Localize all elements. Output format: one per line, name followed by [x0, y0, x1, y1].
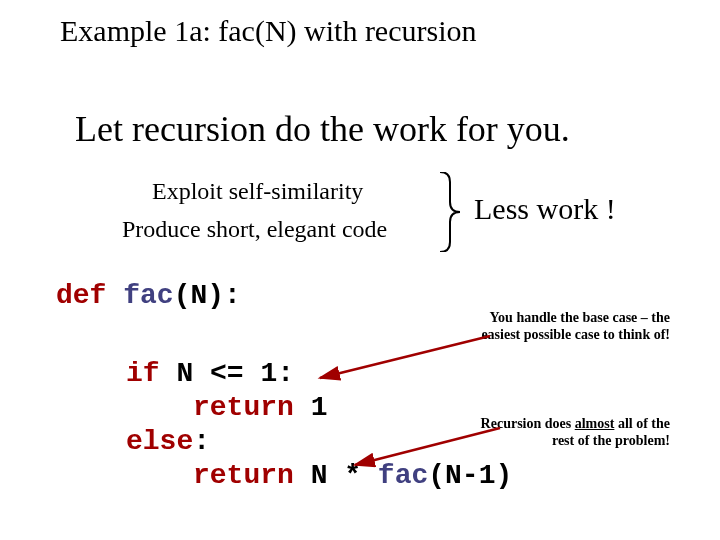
- svg-line-0: [320, 336, 490, 378]
- else-rest: :: [193, 426, 210, 457]
- kw-else: else: [126, 426, 193, 457]
- annotation-base-case: You handle the base case – the easiest p…: [470, 310, 670, 344]
- kw-if: if: [126, 358, 160, 389]
- brace-icon: [432, 172, 462, 252]
- kw-def: def: [56, 280, 106, 311]
- ret2-rest-b: (N-1): [428, 460, 512, 491]
- code-return-2: return N * fac(N-1): [193, 460, 512, 491]
- subhead-1: Exploit self-similarity: [152, 178, 363, 205]
- note2-part-b: almost: [575, 416, 615, 431]
- code-else-line: else:: [126, 426, 210, 457]
- subhead-2: Produce short, elegant code: [122, 216, 387, 243]
- sig-rest: (N):: [174, 280, 241, 311]
- slide-title: Example 1a: fac(N) with recursion: [60, 14, 477, 48]
- note2-part-a: Recursion does: [481, 416, 575, 431]
- annotation-recursion: Recursion does almost all of the rest of…: [470, 416, 670, 450]
- right-label: Less work !: [474, 192, 616, 226]
- kw-return-1: return: [193, 392, 294, 423]
- if-cond: N <= 1:: [160, 358, 294, 389]
- ret2-rest-a: N *: [294, 460, 378, 491]
- code-return-1: return 1: [193, 392, 327, 423]
- func-name-call: fac: [378, 460, 428, 491]
- code-def-line: def fac(N):: [56, 280, 241, 311]
- kw-return-2: return: [193, 460, 294, 491]
- headline: Let recursion do the work for you.: [75, 108, 570, 150]
- ret1-rest: 1: [294, 392, 328, 423]
- func-name: fac: [123, 280, 173, 311]
- code-if-line: if N <= 1:: [126, 358, 294, 389]
